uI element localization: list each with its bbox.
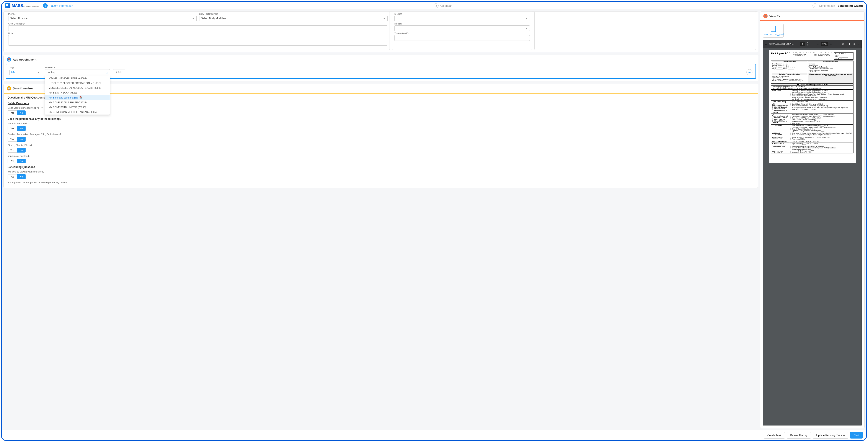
transaction-label: Transaction ID: [394, 32, 530, 35]
view-rx-card: 📎 View Rx anyconv.com__wadl ☰ 9002a76a-7…: [760, 11, 865, 428]
procedure-option[interactable]: NM BILIARY SCAN (78223): [45, 90, 110, 95]
truncated-question: Is the patient claustrophobic / Can the …: [8, 181, 754, 184]
provider-label: Provider: [8, 13, 197, 15]
next-button[interactable]: Next: [850, 432, 863, 439]
scheduling-title: Scheduling Questions: [8, 166, 754, 169]
procedure-dropdown[interactable]: IODINE 1-123 IOFLUPANE (A9584)LUGOL THY …: [45, 76, 110, 115]
rotate-icon[interactable]: ⟳: [842, 43, 844, 46]
download-icon[interactable]: ⬇: [848, 43, 850, 46]
safety-questions-title: Safety Questions: [8, 102, 754, 105]
body-modifiers-label: Body Part Modifiers: [199, 13, 388, 15]
complaint-input[interactable]: [8, 25, 388, 31]
group-icon: 📚: [79, 96, 82, 99]
type-label: Type: [9, 67, 42, 69]
patient-history-button[interactable]: Patient History: [787, 432, 811, 439]
pdf-page: Radiologists P.C. Cascade Village Shoppi…: [769, 50, 856, 163]
pdf-page-input[interactable]: [800, 42, 805, 46]
document-icon: [771, 26, 776, 32]
yes-button[interactable]: Yes: [8, 158, 17, 164]
more-icon[interactable]: ⋮: [857, 43, 860, 46]
question-text: Cardiac Pacemaker, Aneurysm Clip, Defibr…: [8, 133, 754, 136]
next-arrow-button[interactable]: ➜: [746, 69, 752, 75]
question-text: Stents, Shunts, Filters?: [8, 144, 754, 146]
zoom-out-icon[interactable]: −: [817, 43, 818, 46]
step-confirmation[interactable]: 3 Confirmation: [812, 3, 835, 8]
add-appointment-title: Add Appointment: [13, 58, 36, 61]
no-button[interactable]: No: [17, 158, 26, 164]
top-form-card: Provider Select Provider Body Part Modif…: [3, 11, 758, 52]
following-title: Does the patient have any of the followi…: [8, 117, 754, 120]
pdf-filename: 9002a76a-7303-4628-ad...: [769, 43, 796, 46]
procedure-option[interactable]: NM BONE SCAN SPECT (78320): [45, 114, 110, 115]
view-rx-title: View Rx: [769, 14, 780, 18]
question-item: Implants of any kind?YesNo: [8, 155, 754, 164]
sclass-label: S-Class: [394, 13, 530, 15]
procedure-option[interactable]: NM BONE SCAN MULTIPLE AREAS (78305): [45, 110, 110, 114]
procedure-label: Procedure: [45, 66, 110, 69]
question-text: Will you be paying with insurance?: [8, 170, 754, 173]
no-button[interactable]: No: [17, 111, 26, 115]
clipboard-icon: 📋: [7, 86, 11, 90]
questionnaire-card: 📋 Questionnaires Questionnaire MRI Quest…: [3, 84, 758, 188]
zoom-level: 92%: [821, 42, 828, 46]
fit-icon[interactable]: ⛶: [838, 43, 840, 46]
procedure-option[interactable]: LUGOL THY BLOCKER FOR DAT SCAN (LUGOL): [45, 81, 110, 86]
procedure-option[interactable]: NM BONE SCAN LIMITED (78300): [45, 105, 110, 110]
questionnaire-heading: Questionnaire MRI Questionnaire: [8, 96, 754, 99]
attachment-icon: 📎: [763, 14, 768, 18]
step-patient-info[interactable]: 1 Patient Information: [43, 3, 73, 8]
create-task-button[interactable]: Create Task: [764, 432, 785, 439]
sclass-select[interactable]: [394, 16, 530, 21]
procedure-option[interactable]: MUSCULOSKELETAL NUCLEAR EXAM (78399): [45, 86, 110, 90]
logo-text: MASS: [12, 3, 23, 8]
yes-button[interactable]: Yes: [8, 148, 17, 152]
zoom-in-icon[interactable]: +: [830, 43, 832, 46]
yes-button[interactable]: Yes: [8, 126, 17, 131]
note-label: Note: [8, 32, 388, 35]
no-button[interactable]: No: [17, 148, 26, 152]
menu-icon[interactable]: ☰: [765, 43, 767, 46]
wizard-steps: 1 Patient Information 2 Calendar 3 Confi…: [43, 3, 835, 8]
pdf-canvas[interactable]: Radiologists P.C. Cascade Village Shoppi…: [763, 48, 862, 425]
page-title: Scheduling Wizard: [838, 4, 863, 7]
logo: MASS RADIOLOGY GROUP: [5, 3, 39, 8]
note-textarea[interactable]: [8, 35, 388, 46]
modifier-select[interactable]: [394, 25, 530, 31]
step-calendar[interactable]: 2 Calendar: [434, 3, 452, 8]
pdf-viewer: ☰ 9002a76a-7303-4628-ad... / 1 − 92% + ⛶…: [763, 40, 862, 425]
yes-button[interactable]: Yes: [8, 174, 17, 179]
yes-button[interactable]: Yes: [8, 137, 17, 142]
logo-subtext: RADIOLOGY GROUP: [23, 6, 39, 8]
question-text: Implants of any kind?: [8, 155, 754, 157]
logo-icon: [5, 3, 10, 8]
add-appointment-card: 📅 Add Appointment Type NM Procedure ⌕ IO…: [3, 55, 758, 81]
question-item: Metal in the body?YesNo: [8, 122, 754, 131]
search-icon: ⌕: [106, 71, 108, 74]
procedure-option[interactable]: NM BONE SCAN 3 PHASE (78315): [45, 100, 110, 105]
no-button[interactable]: No: [17, 174, 26, 179]
question-text: Metal in the body?: [8, 122, 754, 125]
procedure-lookup-input[interactable]: [45, 69, 110, 75]
question-text: Does your order specify 3T MRI?: [8, 107, 754, 109]
complaint-label: Chief Complaint *: [8, 23, 388, 25]
body-modifiers-select[interactable]: Select Body Modifiers: [199, 16, 388, 21]
procedure-option[interactable]: IODINE 1-123 IOFLUPANE (A9584): [45, 76, 110, 81]
yes-button[interactable]: Yes: [8, 111, 17, 115]
no-button[interactable]: No: [17, 126, 26, 131]
add-button[interactable]: + Add: [113, 69, 125, 75]
question-item: Cardiac Pacemaker, Aneurysm Clip, Defibr…: [8, 133, 754, 142]
provider-select[interactable]: Select Provider: [8, 16, 197, 21]
footer: Create Task Patient History Update Pendi…: [2, 430, 866, 440]
update-pending-button[interactable]: Update Pending Reason: [813, 432, 848, 439]
question-item: Will you be paying with insurance?YesNo: [8, 170, 754, 179]
question-item: Does your order specify 3T MRI?YesNo: [8, 107, 754, 115]
modifier-label: Modifier: [394, 23, 530, 25]
pdf-toolbar: ☰ 9002a76a-7303-4628-ad... / 1 − 92% + ⛶…: [763, 40, 862, 48]
rx-thumbnail[interactable]: anyconv.com__wadl: [763, 24, 784, 37]
no-button[interactable]: No: [17, 137, 26, 142]
transaction-input[interactable]: [394, 35, 530, 41]
procedure-option[interactable]: NM Bone and Joint Imaging📚: [45, 95, 110, 100]
print-icon[interactable]: 🖨: [852, 43, 855, 46]
question-item: Stents, Shunts, Filters?YesNo: [8, 144, 754, 152]
type-select[interactable]: NM: [9, 70, 42, 75]
